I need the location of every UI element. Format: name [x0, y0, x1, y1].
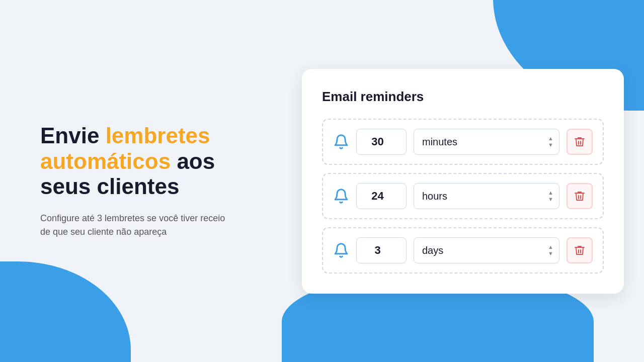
reminder-3-unit-wrapper: minutes hours days ▲ ▼	[414, 237, 559, 263]
right-panel: Email reminders minutes hours days	[282, 69, 644, 294]
reminder-2-number-input[interactable]	[356, 183, 407, 209]
reminder-2-unit-wrapper: minutes hours days ▲ ▼	[414, 183, 559, 209]
reminder-row-1: minutes hours days ▲ ▼	[322, 119, 604, 165]
reminder-2-unit-select[interactable]: minutes hours days	[414, 183, 559, 209]
subtext: Configure até 3 lembretes se você tiver …	[40, 212, 231, 239]
reminder-row-3: minutes hours days ▲ ▼	[322, 227, 604, 274]
reminder-1-unit-select[interactable]: minutes hours days	[414, 129, 559, 155]
reminder-row-2: minutes hours days ▲ ▼	[322, 173, 604, 219]
delete-button-2[interactable]	[567, 183, 593, 209]
main-headline: Envie lembretes automáticos aos seus cli…	[40, 123, 252, 200]
reminder-1-number-input[interactable]	[356, 129, 407, 155]
delete-button-1[interactable]	[567, 129, 593, 155]
reminder-1-unit-wrapper: minutes hours days ▲ ▼	[414, 129, 559, 155]
headline-part1: Envie	[40, 123, 106, 148]
bell-icon-2	[333, 188, 349, 204]
bell-icon-3	[333, 242, 349, 258]
left-panel: Envie lembretes automáticos aos seus cli…	[0, 93, 282, 269]
reminder-3-number-input[interactable]	[356, 237, 407, 263]
delete-button-3[interactable]	[567, 237, 593, 263]
bell-icon-1	[333, 134, 349, 150]
card-title: Email reminders	[322, 89, 604, 105]
reminder-3-unit-select[interactable]: minutes hours days	[414, 237, 559, 263]
email-reminders-card: Email reminders minutes hours days	[302, 69, 624, 294]
page-content: Envie lembretes automáticos aos seus cli…	[0, 0, 644, 362]
